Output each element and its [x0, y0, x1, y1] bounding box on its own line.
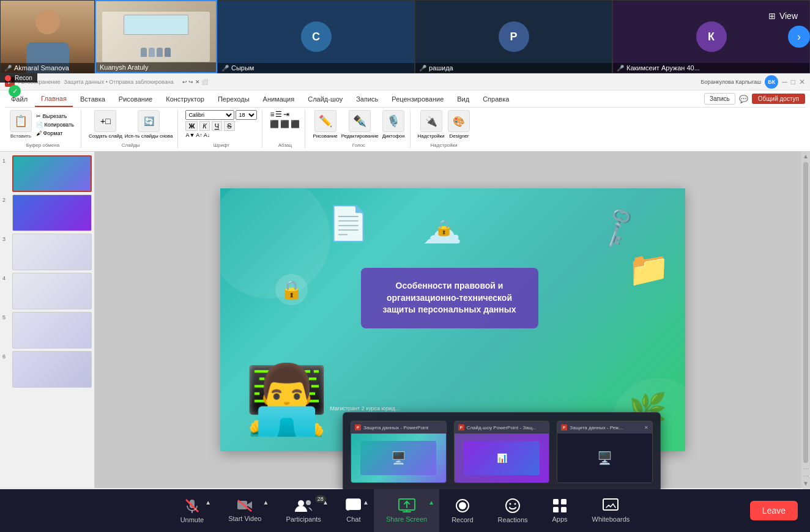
ppt-switcher-item-2[interactable]: P Слайд-шоу PowerPoint - Защ... 📊: [454, 421, 550, 483]
addins-buttons: 🔌 Надстройки 🎨 Designer: [418, 110, 470, 139]
tab-view[interactable]: Вид: [451, 91, 475, 107]
drawing-button[interactable]: ✏️: [314, 110, 336, 132]
svg-rect-17: [561, 507, 567, 512]
ppt-win-minimize[interactable]: ─: [782, 78, 787, 86]
bold-button[interactable]: Ж: [185, 121, 198, 131]
font-size-select[interactable]: 18: [236, 110, 257, 120]
scroll-mid-1[interactable]: ⋯: [803, 466, 809, 472]
font-size-increase-button[interactable]: A↑: [196, 132, 202, 138]
toolbar-record[interactable]: Record: [439, 489, 485, 532]
slide-thumb-3[interactable]: 3: [2, 234, 92, 270]
participants-arrow[interactable]: ▲: [322, 499, 329, 506]
tab-record[interactable]: Запись: [350, 91, 384, 107]
editing-button[interactable]: ✒️: [349, 110, 371, 132]
slide-thumbnail-3[interactable]: [12, 234, 92, 270]
toolbar-reactions[interactable]: Reactions: [486, 489, 540, 532]
slide-thumb-1[interactable]: 1: [2, 155, 92, 192]
tab-draw[interactable]: Рисование: [113, 91, 158, 107]
font-color-button[interactable]: A▼: [185, 132, 195, 138]
ppt-ribbon-tools: 📋 Вставить ✂ Вырезать 📄 Копировать 🖌 Фор…: [5, 108, 805, 150]
align-right-button[interactable]: ⬛: [291, 120, 300, 128]
bullet-list-button[interactable]: ≡: [270, 110, 274, 119]
slide-thumbnail-4[interactable]: [12, 273, 92, 309]
participant-tile-rashida[interactable]: Р 🎤 рашида: [415, 0, 612, 73]
slide-panel: 1 2 3 4 5: [0, 152, 95, 488]
strikethrough-button[interactable]: S: [224, 121, 234, 131]
slide-thumbnail-6[interactable]: [12, 351, 92, 388]
italic-button[interactable]: К: [199, 121, 209, 131]
ppt-record-button[interactable]: Запись: [704, 93, 735, 105]
designer-button[interactable]: 🎨: [448, 110, 470, 132]
ppt-logo-2: P: [458, 424, 464, 430]
font-family-select[interactable]: Calibri: [185, 110, 234, 120]
chat-arrow[interactable]: ▲: [363, 499, 369, 506]
addins-group-name: Надстройки: [431, 142, 458, 148]
toolbar-whiteboards[interactable]: Whiteboards: [580, 489, 642, 532]
underline-button[interactable]: Ч: [212, 121, 222, 131]
new-slide-button[interactable]: +□: [94, 110, 116, 132]
tab-animation[interactable]: Анимация: [257, 91, 301, 107]
video-arrow[interactable]: ▲: [262, 499, 269, 506]
participants-next-arrow[interactable]: ›: [788, 26, 810, 48]
tab-design[interactable]: Конструктор: [160, 91, 210, 107]
copy-button[interactable]: 📄 Копировать: [34, 121, 76, 128]
participant-tile-syrym[interactable]: С 🎤 Сырым: [217, 0, 415, 73]
slide-thumbnail-1[interactable]: [12, 155, 92, 192]
slide-thumb-6[interactable]: 6: [2, 351, 92, 388]
tab-help[interactable]: Справка: [477, 91, 515, 107]
scroll-mid-2[interactable]: ⋯: [803, 473, 809, 479]
cut-button[interactable]: ✂ Вырезать: [34, 113, 76, 120]
bg-circle-1: [220, 188, 330, 298]
view-button[interactable]: ⊞ View: [768, 11, 798, 21]
indent-button[interactable]: ⇥: [283, 110, 289, 119]
ppt-switcher-item-1[interactable]: P Защита данных - PowerPoint 🖥️: [351, 421, 447, 483]
svg-point-13: [515, 503, 516, 505]
reuse-slide-button[interactable]: 🔄: [138, 110, 160, 132]
tab-insert[interactable]: Вставка: [74, 91, 111, 107]
slide-thumbnail-5[interactable]: [12, 312, 92, 349]
participant-tile-kuanysh[interactable]: Kuanysh Aratuly: [95, 0, 217, 73]
dictaphone-label: Диктофон: [382, 133, 405, 139]
ppt-win-restore[interactable]: □: [791, 78, 795, 86]
align-center-button[interactable]: ⬛: [280, 120, 289, 128]
toolbar-apps[interactable]: Apps: [540, 489, 580, 532]
ppt-switcher-item-3[interactable]: P Защита данных - Реж... ✕ 🖥️: [557, 421, 653, 483]
font-size-decrease-button[interactable]: A↓: [204, 132, 210, 138]
toolbar-chat[interactable]: Chat ▲: [333, 489, 374, 532]
ppt-win-close[interactable]: ✕: [799, 78, 805, 86]
share-arrow[interactable]: ▲: [428, 499, 434, 506]
toolbar-unmute[interactable]: Unmute ▲: [168, 489, 217, 532]
slide-thumb-2[interactable]: 2: [2, 194, 92, 231]
slide-thumb-4[interactable]: 4: [2, 273, 92, 309]
align-left-button[interactable]: ⬛: [270, 120, 279, 128]
leave-button[interactable]: Leave: [750, 501, 798, 520]
toolbar-start-video[interactable]: Start Video ▲: [216, 489, 273, 532]
slide-thumbnail-2[interactable]: [12, 194, 92, 231]
scroll-up-arrow[interactable]: ▲: [803, 153, 809, 160]
toolbar-share-screen[interactable]: Share Screen ▲: [374, 489, 439, 532]
unmute-arrow[interactable]: ▲: [205, 499, 211, 506]
svg-rect-18: [603, 499, 618, 510]
scroll-down-arrow[interactable]: ▼: [803, 480, 809, 487]
paste-label: Вставить: [10, 133, 31, 139]
tab-home[interactable]: Главная: [35, 91, 73, 107]
numbered-list-button[interactable]: ☰: [275, 110, 282, 119]
dictaphone-button[interactable]: 🎙️: [382, 110, 404, 132]
ppt-share-button[interactable]: Общий доступ: [752, 94, 805, 104]
drawing-buttons: ✏️ Рисование ✒️ Редактирование 🎙️ Диктоф…: [313, 110, 404, 139]
participant-tile-akmaral[interactable]: 🎤 Akmaral Smanova: [0, 0, 95, 73]
scroll-thumb[interactable]: [803, 162, 808, 463]
toolbar-participants[interactable]: Participants 28 ▲: [273, 489, 333, 532]
font-group-name: Шрифт: [214, 142, 229, 148]
ppt-comment-button[interactable]: 💬: [739, 95, 748, 103]
paste-button[interactable]: 📋: [10, 110, 32, 132]
slide-area-scrollbar[interactable]: ▲ ⋯ ⋯ ▼: [801, 152, 810, 488]
editing-label: Редактирование: [341, 133, 379, 139]
ppt-switcher-close-3[interactable]: ✕: [644, 425, 648, 430]
tab-review[interactable]: Рецензирование: [385, 91, 450, 107]
slide-thumb-5[interactable]: 5: [2, 312, 92, 349]
tab-slideshow[interactable]: Слайд-шоу: [302, 91, 349, 107]
format-paint-button[interactable]: 🖌 Формат: [34, 130, 76, 137]
tab-transitions[interactable]: Переходы: [212, 91, 256, 107]
addins-button[interactable]: 🔌: [420, 110, 442, 132]
